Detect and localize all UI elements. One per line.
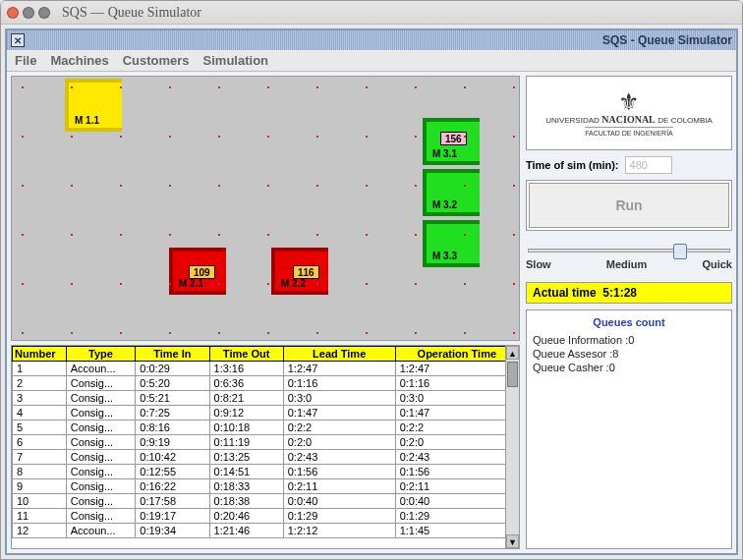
speed-slider-thumb[interactable] (673, 244, 687, 259)
grid-dot (169, 86, 171, 88)
table-row[interactable]: 6Consig...0:9:190:11:190:2:00:2:0 (13, 435, 519, 450)
grid-dot (120, 332, 122, 334)
events-table: NumberTypeTime InTime OutLead TimeOperat… (12, 346, 519, 538)
col-time-out[interactable]: Time Out (209, 347, 283, 362)
grid-dot (316, 332, 318, 334)
grid-dot (218, 234, 220, 236)
ticket-109[interactable]: 109 (189, 265, 215, 279)
simulation-canvas[interactable]: // inserted later after data parse; but … (11, 76, 520, 341)
grid-dot (316, 136, 318, 138)
menu-machines[interactable]: Machines (50, 53, 108, 68)
grid-dot (169, 185, 171, 187)
scroll-up-button[interactable]: ▲ (506, 346, 519, 360)
col-number[interactable]: Number (13, 347, 67, 362)
machine-m33-label: M 3.3 (432, 251, 457, 261)
grid-dot (464, 86, 466, 88)
grid-dot (22, 136, 24, 138)
machine-m11[interactable]: M 1.1 (65, 79, 122, 132)
grid-dot (22, 283, 24, 285)
menu-simulation[interactable]: Simulation (203, 53, 268, 68)
grid-dot (366, 332, 368, 334)
grid-dot (415, 234, 417, 236)
table-row[interactable]: 10Consig...0:17:580:18:380:0:400:0:40 (13, 494, 519, 509)
grid-dot (218, 185, 220, 187)
actual-time-bar: Actual time 5:1:28 (526, 282, 732, 304)
inner-close-button[interactable]: ✕ (11, 33, 25, 47)
speed-slider[interactable] (528, 249, 730, 252)
scroll-thumb[interactable] (507, 362, 518, 387)
col-lead-time[interactable]: Lead Time (283, 347, 395, 362)
col-type[interactable]: Type (66, 347, 136, 362)
table-row[interactable]: 7Consig...0:10:420:13:250:2:430:2:43 (13, 450, 519, 465)
queues-title: Queues count (533, 316, 725, 328)
table-row[interactable]: 11Consig...0:19:170:20:460:1:290:1:29 (13, 509, 519, 524)
grid-dot (415, 136, 417, 138)
table-row[interactable]: 8Consig...0:12:550:14:510:1:560:1:56 (13, 465, 519, 479)
time-of-sim-label: Time of sim (min): (526, 159, 619, 171)
grid-dot (513, 234, 515, 236)
table-scrollbar[interactable]: ▲ ▼ (505, 346, 519, 548)
table-row[interactable]: 9Consig...0:16:220:18:330:2:110:2:11 (13, 479, 519, 494)
speed-quick-label: Quick (702, 258, 732, 270)
machine-m33[interactable]: M 3.3 (423, 220, 480, 267)
queue-information: Queue Information :0 (533, 334, 725, 346)
table-row[interactable]: 1Accoun...0:0:291:3:161:2:471:2:47 (13, 362, 519, 376)
grid-dot (71, 234, 73, 236)
run-button[interactable]: Run (529, 183, 729, 228)
grid-dot (366, 283, 368, 285)
grid-dot (71, 86, 73, 88)
menubar: File Machines Customers Simulation (7, 50, 736, 72)
grid-dot (267, 283, 269, 285)
menu-customers[interactable]: Customers (123, 53, 190, 68)
university-logo-panel: ⚜ UNIVERSIDAD NACIONAL DE COLOMBIA FACUL… (526, 76, 732, 150)
machine-m32-label: M 3.2 (432, 199, 457, 210)
grid-dot (415, 332, 417, 334)
grid-dot (366, 185, 368, 187)
table-row[interactable]: 5Consig...0:8:160:10:180:2:20:2:2 (13, 420, 519, 435)
table-row[interactable]: 4Consig...0:7:250:9:120:1:470:1:47 (13, 406, 519, 420)
os-maximize-button[interactable] (38, 7, 50, 19)
table-row[interactable]: 3Consig...0:5:210:8:210:3:00:3:0 (13, 391, 519, 406)
app-frame: ✕ SQS - Queue Simulator File Machines Cu… (5, 28, 738, 555)
ticket-116[interactable]: 116 (293, 265, 319, 279)
table-row[interactable]: 12Accoun...0:19:341:21:461:2:121:1:45 (13, 524, 519, 538)
col-time-in[interactable]: Time In (136, 347, 209, 362)
menu-file[interactable]: File (15, 53, 36, 68)
grid-dot (218, 136, 220, 138)
grid-dot (464, 283, 466, 285)
grid-dot (513, 332, 515, 334)
grid-dot (513, 283, 515, 285)
ticket-156[interactable]: 156 (440, 132, 467, 145)
grid-dot (218, 86, 220, 88)
grid-dot (415, 86, 417, 88)
grid-dot (22, 86, 24, 88)
grid-dot (513, 185, 515, 187)
machine-m32[interactable]: M 3.2 (423, 169, 480, 216)
os-minimize-button[interactable] (23, 7, 34, 19)
grid-dot (169, 283, 171, 285)
time-of-sim-row: Time of sim (min): (526, 156, 732, 174)
grid-dot (169, 332, 171, 334)
time-of-sim-input[interactable] (625, 156, 672, 174)
col-operation-time[interactable]: Operation Time (395, 347, 518, 362)
os-window-title: SQS — Queue Simulator (62, 5, 201, 21)
grid-dot (267, 234, 269, 236)
grid-dot (513, 86, 515, 88)
inner-titlebar: ✕ SQS - Queue Simulator (7, 30, 736, 50)
machine-m31-label: M 3.1 (432, 148, 457, 159)
run-panel: Run (526, 180, 732, 231)
grid-dot (464, 136, 466, 138)
os-close-button[interactable] (7, 7, 19, 19)
grid-dot (464, 234, 466, 236)
grid-dot (366, 234, 368, 236)
actual-time-label: Actual time (533, 286, 597, 300)
table-row[interactable]: 2Consig...0:5:200:6:360:1:160:1:16 (13, 376, 519, 391)
grid-dot (22, 185, 24, 187)
scroll-down-button[interactable]: ▼ (506, 534, 519, 548)
grid-dot (316, 86, 318, 88)
grid-dot (366, 86, 368, 88)
grid-dot (120, 234, 122, 236)
os-titlebar: SQS — Queue Simulator (1, 1, 742, 25)
queue-casher: Queue Casher :0 (533, 362, 725, 373)
grid-dot (71, 136, 73, 138)
